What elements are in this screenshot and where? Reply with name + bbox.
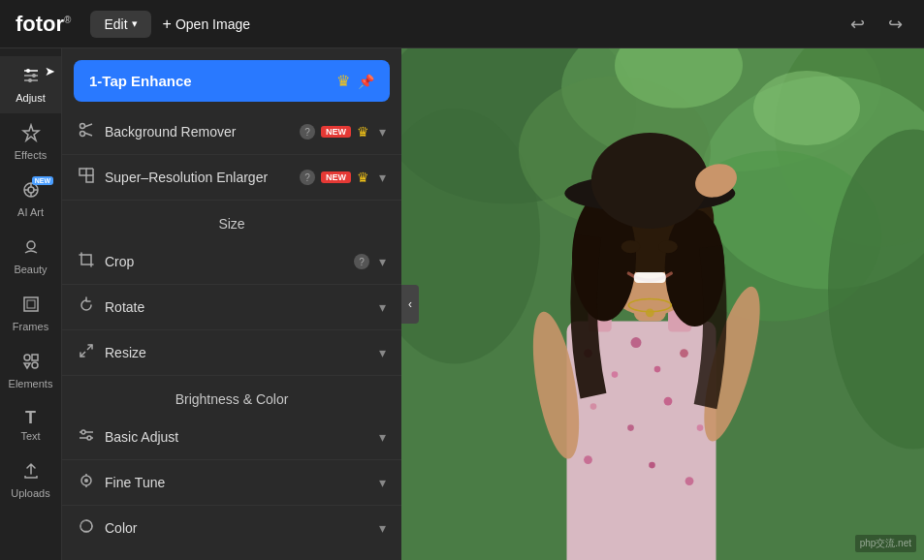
chevron-down-icon-5: ▾	[379, 345, 386, 360]
sidebar-item-uploads[interactable]: Uploads	[0, 451, 61, 509]
svg-rect-15	[27, 300, 35, 308]
svg-point-62	[649, 462, 655, 469]
sidebar-item-ai-art[interactable]: NEW AI Art	[0, 171, 61, 228]
crop-help-icon[interactable]: ?	[354, 254, 369, 269]
one-tap-label: 1-Tap Enhance	[89, 73, 192, 89]
sidebar-item-adjust[interactable]: Adjust ➤	[0, 56, 61, 113]
sidebar-item-frames-label: Frames	[13, 321, 48, 332]
photo-container: php交流.net	[401, 48, 924, 560]
crown-icon: ♛	[336, 72, 350, 90]
rotate-icon	[78, 296, 95, 318]
svg-rect-17	[32, 355, 38, 360]
super-resolution-badges: ? NEW ♛	[300, 170, 369, 185]
undo-button[interactable]: ↩	[844, 10, 871, 39]
background-remover-label: Background Remover	[105, 124, 290, 140]
help-icon-2[interactable]: ?	[300, 170, 315, 185]
background-remover-badges: ? NEW ♛	[300, 124, 369, 140]
svg-point-5	[28, 78, 32, 82]
svg-rect-14	[24, 297, 38, 311]
left-nav: Adjust ➤ Effects NEW	[0, 48, 62, 560]
sidebar-item-frames[interactable]: Frames	[0, 285, 61, 342]
svg-point-73	[621, 240, 641, 253]
background-remover-item[interactable]: Background Remover ? NEW ♛ ▾	[62, 109, 401, 155]
sidebar-item-text-label: Text	[20, 430, 40, 442]
size-section-header: Size	[62, 201, 401, 239]
svg-point-33	[87, 436, 91, 440]
resize-label: Resize	[105, 345, 369, 360]
svg-point-55	[654, 366, 661, 373]
main-layout: Adjust ➤ Effects NEW	[0, 48, 924, 560]
svg-point-61	[584, 455, 592, 464]
chevron-down-icon-8: ▾	[379, 520, 386, 536]
super-resolution-label: Super–Resolution Enlarger	[105, 169, 290, 186]
color-label: Color	[105, 520, 369, 536]
sidebar-item-uploads-label: Uploads	[11, 487, 49, 499]
rotate-item[interactable]: Rotate ▾	[62, 285, 401, 330]
rotate-label: Rotate	[105, 299, 369, 315]
basic-adjust-label: Basic Adjust	[105, 429, 369, 445]
svg-point-3	[32, 74, 36, 78]
svg-point-21	[80, 132, 85, 137]
svg-point-8	[28, 187, 34, 193]
svg-point-35	[84, 479, 88, 482]
svg-marker-18	[24, 363, 30, 368]
resize-item[interactable]: Resize ▾	[62, 330, 401, 376]
svg-point-63	[685, 477, 694, 485]
pin-icon: 📌	[358, 74, 374, 89]
svg-point-56	[680, 349, 688, 358]
watermark: php交流.net	[855, 535, 916, 552]
svg-rect-24	[80, 169, 86, 175]
topbar: fotor® Edit Open Image ↩ ↪	[0, 0, 924, 48]
svg-point-53	[612, 371, 619, 378]
open-image-button[interactable]: Open Image	[163, 16, 250, 33]
text-icon: T	[25, 409, 36, 426]
fine-tune-label: Fine Tune	[105, 475, 369, 490]
new-badge: NEW	[321, 126, 351, 138]
crop-item[interactable]: Crop ? ▾	[62, 239, 401, 285]
adjust-icon	[21, 66, 41, 88]
photo-svg	[401, 48, 924, 560]
one-tap-icons: ♛ 📌	[336, 72, 374, 90]
super-resolution-icon	[78, 167, 95, 188]
svg-point-16	[24, 355, 30, 360]
redo-button[interactable]: ↪	[882, 10, 908, 39]
svg-point-54	[631, 337, 642, 348]
svg-point-57	[590, 403, 597, 410]
svg-point-59	[627, 424, 634, 431]
sidebar-item-beauty[interactable]: Beauty	[0, 228, 61, 285]
color-icon	[78, 517, 95, 539]
elements-icon	[21, 352, 41, 374]
svg-rect-75	[634, 272, 666, 283]
chevron-down-icon-7: ▾	[379, 475, 386, 490]
chevron-down-icon: ▾	[379, 124, 386, 140]
sidebar-item-ai-art-label: AI Art	[17, 206, 44, 218]
panel: 1-Tap Enhance ♛ 📌 Background Remover ? N…	[62, 48, 401, 560]
color-item[interactable]: Color ▾	[62, 506, 401, 550]
basic-adjust-item[interactable]: Basic Adjust ▾	[62, 415, 401, 460]
super-resolution-item[interactable]: Super–Resolution Enlarger ? NEW ♛ ▾	[62, 155, 401, 201]
chevron-down-icon-6: ▾	[379, 429, 386, 445]
chevron-down-icon-4: ▾	[379, 299, 386, 315]
sidebar-item-effects[interactable]: Effects	[0, 113, 61, 171]
fine-tune-item[interactable]: Fine Tune ▾	[62, 460, 401, 506]
crown-badge: ♛	[357, 124, 369, 140]
photo-background	[401, 48, 924, 560]
collapse-panel-button[interactable]: ‹	[401, 285, 419, 324]
edit-button[interactable]: Edit	[90, 11, 150, 38]
sidebar-item-beauty-label: Beauty	[14, 264, 47, 275]
cursor-icon: ➤	[45, 64, 55, 78]
fine-tune-icon	[78, 472, 95, 493]
crop-label: Crop	[105, 254, 340, 269]
help-icon[interactable]: ?	[300, 124, 315, 140]
new-badge-2: NEW	[321, 171, 351, 183]
crop-icon	[78, 251, 95, 272]
svg-point-1	[26, 69, 30, 73]
sidebar-item-text[interactable]: T Text	[0, 399, 61, 451]
sidebar-item-effects-label: Effects	[15, 149, 47, 161]
basic-adjust-icon	[78, 426, 95, 448]
sidebar-item-elements-label: Elements	[9, 378, 53, 389]
one-tap-enhance-button[interactable]: 1-Tap Enhance ♛ 📌	[74, 60, 390, 102]
svg-rect-25	[86, 175, 93, 182]
crown-badge-2: ♛	[357, 170, 369, 185]
sidebar-item-elements[interactable]: Elements	[0, 342, 61, 399]
